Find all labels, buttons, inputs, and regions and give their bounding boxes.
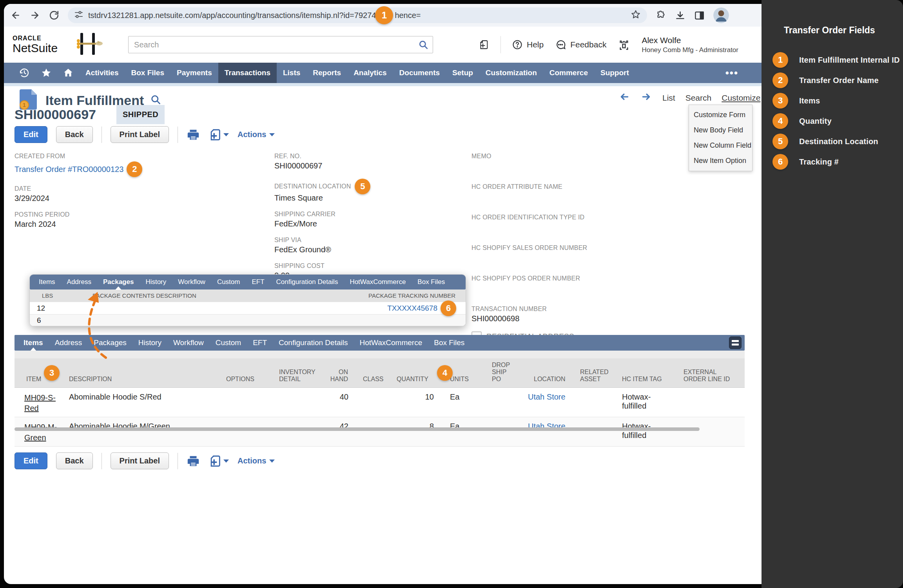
forward-icon[interactable] xyxy=(29,10,40,21)
tab-configuration-details[interactable]: Configuration Details xyxy=(273,335,354,351)
tab-eft[interactable]: EFT xyxy=(247,335,273,351)
actions-button[interactable]: Actions xyxy=(238,130,275,139)
address-bar[interactable]: tstdrv1321281.app.netsuite.com/app/accou… xyxy=(68,7,647,23)
prev-record-icon[interactable] xyxy=(618,92,630,104)
field-destination-location: DESTINATION LOCATION 5 Times Square xyxy=(274,179,370,203)
date-label: DATE xyxy=(15,185,142,192)
col-external-order-line-id: EXTERNAL ORDER LINE ID xyxy=(671,358,745,388)
tab-custom[interactable]: Custom xyxy=(210,335,247,351)
col-class: CLASS xyxy=(354,358,397,388)
item-link[interactable]: MH09-M-Green xyxy=(24,422,62,443)
side-panel-icon[interactable] xyxy=(694,10,705,21)
col-options: OPTIONS xyxy=(226,358,265,388)
item-class xyxy=(354,388,397,417)
col-description: DESCRIPTION xyxy=(63,358,226,388)
print-icon[interactable] xyxy=(187,128,200,141)
help-button[interactable]: Help xyxy=(512,39,544,50)
record-id-row: SHI00000697 SHIPPED xyxy=(15,105,165,124)
back-button-bottom[interactable]: Back xyxy=(56,452,93,469)
nav-item-analytics[interactable]: Analytics xyxy=(347,63,393,83)
list-link[interactable]: List xyxy=(662,93,675,103)
nav-item-activities[interactable]: Activities xyxy=(79,63,125,83)
item-location-link[interactable]: Utah Store xyxy=(528,393,566,401)
horizontal-scrollbar[interactable] xyxy=(15,427,700,431)
menu-item-new-item-option[interactable]: New Item Option xyxy=(689,153,752,168)
add-page-icon[interactable] xyxy=(479,40,490,50)
popup-tab-hotwaxcommerce[interactable]: HotWaxCommerce xyxy=(344,275,412,289)
nav-item-setup[interactable]: Setup xyxy=(446,63,479,83)
menu-item-new-column-field[interactable]: New Column Field xyxy=(689,138,752,153)
profile-avatar[interactable] xyxy=(713,7,729,23)
nav-item-documents[interactable]: Documents xyxy=(393,63,446,83)
tracking-number-link[interactable]: TXXXXX45678 xyxy=(387,304,437,313)
posting-period-label: POSTING PERIOD xyxy=(15,211,142,218)
edit-button-bottom[interactable]: Edit xyxy=(15,452,47,469)
button-divider xyxy=(102,127,102,143)
popup-tab-configuration-details[interactable]: Configuration Details xyxy=(270,275,344,289)
search-link[interactable]: Search xyxy=(685,93,712,103)
customize-link[interactable]: Customize xyxy=(722,93,760,103)
home-icon[interactable] xyxy=(57,63,79,83)
popup-tab-workflow[interactable]: Workflow xyxy=(172,275,211,289)
popup-tab-box-files[interactable]: Box Files xyxy=(412,275,451,289)
back-icon[interactable] xyxy=(10,10,21,21)
menu-item-customize-form[interactable]: Customize Form xyxy=(689,107,752,123)
tab-history[interactable]: History xyxy=(132,335,167,351)
item-on-hand: 42 xyxy=(330,417,354,447)
save-as-icon-bottom[interactable] xyxy=(209,454,229,468)
annotation-badge-1: 1 xyxy=(375,6,393,24)
save-as-icon[interactable] xyxy=(209,128,229,141)
bookmark-star-icon[interactable] xyxy=(631,9,641,21)
search-icon[interactable] xyxy=(418,40,428,51)
popup-tab-eft[interactable]: EFT xyxy=(246,275,270,289)
nav-overflow-icon[interactable]: ••• xyxy=(722,63,742,83)
item-class xyxy=(354,417,397,447)
reload-icon[interactable] xyxy=(49,10,59,21)
created-from-link[interactable]: Transfer Order #TRO00000123 xyxy=(15,165,123,174)
nav-item-customization[interactable]: Customization xyxy=(479,63,543,83)
nav-item-support[interactable]: Support xyxy=(594,63,635,83)
tab-box-files[interactable]: Box Files xyxy=(428,335,470,351)
user-info[interactable]: Alex Wolfe Honey Comb Mfg - Administrato… xyxy=(642,35,738,54)
tab-workflow[interactable]: Workflow xyxy=(167,335,210,351)
print-icon-bottom[interactable] xyxy=(187,454,200,468)
nav-item-commerce[interactable]: Commerce xyxy=(543,63,594,83)
print-label-button-bottom[interactable]: Print Label xyxy=(111,452,169,469)
netsuite-logo[interactable]: ORACLE NetSuite xyxy=(13,35,58,54)
list-view-toggle-icon[interactable] xyxy=(729,337,742,349)
nav-item-transactions[interactable]: Transactions xyxy=(218,63,277,83)
nav-item-payments[interactable]: Payments xyxy=(170,63,218,83)
nav-item-reports[interactable]: Reports xyxy=(306,63,347,83)
nav-item-lists[interactable]: Lists xyxy=(277,63,306,83)
item-drop-ship-po xyxy=(471,417,516,447)
actions-button-bottom[interactable]: Actions xyxy=(238,456,275,465)
shipping-carrier-value: FedEx/More xyxy=(274,219,370,228)
next-record-icon[interactable] xyxy=(640,92,652,104)
back-button[interactable]: Back xyxy=(56,126,93,143)
extensions-icon[interactable] xyxy=(656,10,666,21)
print-label-button[interactable]: Print Label xyxy=(111,126,169,143)
roles-icon[interactable] xyxy=(617,38,631,51)
legend-label: Item Fulfillment Internal ID xyxy=(799,56,900,65)
feedback-icon xyxy=(555,39,566,51)
edit-button[interactable]: Edit xyxy=(15,126,47,143)
url-text-suffix: hence= xyxy=(395,11,421,20)
popup-tab-custom[interactable]: Custom xyxy=(211,275,246,289)
popup-tab-history[interactable]: History xyxy=(140,275,172,289)
recents-icon[interactable] xyxy=(13,63,35,83)
item-link[interactable]: MH09-S-Red xyxy=(24,393,62,414)
site-settings-icon[interactable] xyxy=(74,10,83,21)
shortcuts-star-icon[interactable] xyxy=(35,63,57,83)
popup-tab-packages[interactable]: Packages xyxy=(97,275,140,289)
popup-tab-address[interactable]: Address xyxy=(61,275,97,289)
nav-item-box-files[interactable]: Box Files xyxy=(125,63,170,83)
feedback-button[interactable]: Feedback xyxy=(555,39,606,51)
downloads-icon[interactable] xyxy=(675,10,685,21)
tab-hotwaxcommerce[interactable]: HotWaxCommerce xyxy=(354,335,428,351)
popup-tab-items[interactable]: Items xyxy=(33,275,61,289)
menu-item-new-body-field[interactable]: New Body Field xyxy=(689,123,752,138)
item-related-asset xyxy=(575,417,622,447)
tab-items[interactable]: Items xyxy=(18,335,49,351)
global-search-input[interactable] xyxy=(128,36,433,53)
button-divider xyxy=(102,453,102,469)
